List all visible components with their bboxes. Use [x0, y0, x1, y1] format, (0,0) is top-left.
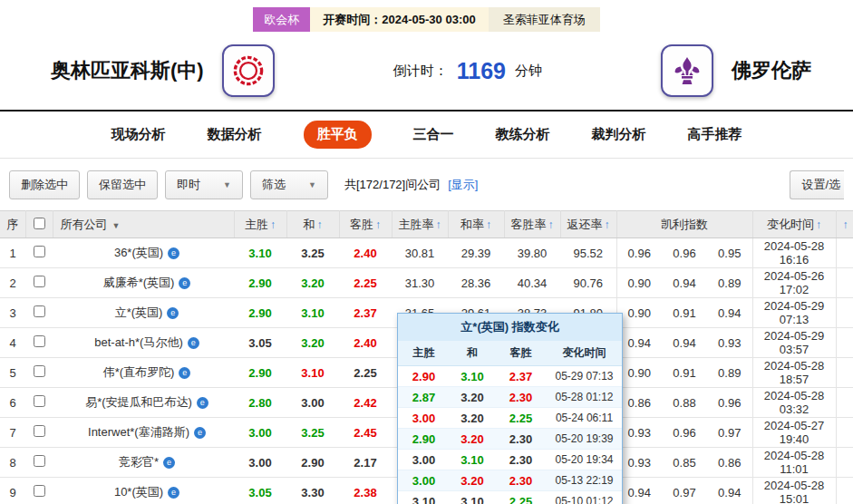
settings-button[interactable]: 设置/选: [790, 170, 844, 199]
chevron-down-icon: ▼: [112, 221, 121, 230]
col-company[interactable]: 所有公司▼: [53, 211, 234, 238]
row-checkbox-cell: [25, 418, 53, 448]
home-odds[interactable]: 2.90: [234, 268, 286, 298]
company-detail-icon[interactable]: e: [167, 307, 179, 319]
row-checkbox[interactable]: [34, 395, 45, 407]
history-home-odds: 3.00: [398, 408, 450, 429]
company-name[interactable]: 威廉希*(英国): [103, 276, 175, 289]
keep-selected-button[interactable]: 保留选中: [87, 170, 158, 199]
edge-cell: [836, 238, 853, 268]
draw-odds[interactable]: 2.90: [286, 448, 339, 478]
col-change-time[interactable]: 变化时间↑: [752, 211, 836, 238]
away-odds[interactable]: 2.37: [339, 298, 392, 328]
home-odds[interactable]: 2.90: [234, 358, 286, 388]
row-checkbox[interactable]: [34, 425, 45, 437]
company-detail-icon[interactable]: e: [168, 247, 179, 259]
away-odds[interactable]: 2.42: [339, 388, 392, 418]
home-odds[interactable]: 3.00: [234, 448, 286, 478]
row-checkbox[interactable]: [34, 485, 45, 497]
draw-odds[interactable]: 3.20: [286, 328, 339, 358]
row-checkbox[interactable]: [34, 335, 45, 347]
home-odds[interactable]: 3.05: [234, 478, 286, 504]
row-checkbox[interactable]: [34, 305, 45, 317]
away-odds[interactable]: 2.38: [339, 478, 392, 504]
away-odds[interactable]: 2.17: [339, 448, 392, 478]
company-name[interactable]: bet-at-h*(马尔他): [94, 335, 183, 349]
company-name[interactable]: 10*(英国): [114, 485, 163, 499]
company-detail-icon[interactable]: e: [179, 277, 190, 289]
col-edge[interactable]: ↑: [836, 211, 853, 238]
tab-胜平负[interactable]: 胜平负: [304, 121, 372, 149]
away-odds[interactable]: 2.40: [339, 238, 392, 268]
away-odds[interactable]: 2.25: [339, 358, 392, 388]
away-odds[interactable]: 2.40: [339, 328, 392, 358]
change-time: 2024-05-2903:57: [752, 328, 836, 358]
company-detail-icon[interactable]: e: [163, 457, 175, 469]
history-row: 3.003.202.3005-13 22:19: [398, 470, 622, 491]
company-detail-icon[interactable]: e: [194, 427, 206, 439]
draw-odds[interactable]: 3.20: [286, 268, 339, 298]
instant-dropdown[interactable]: 即时 ▼: [165, 170, 243, 199]
row-index: 3: [0, 298, 25, 328]
col-away-odds[interactable]: 客胜↑: [339, 211, 392, 238]
filter-dropdown-label: 筛选: [262, 177, 286, 193]
company-detail-icon[interactable]: e: [168, 487, 179, 499]
row-checkbox[interactable]: [34, 276, 45, 287]
draw-odds[interactable]: 3.10: [286, 358, 339, 388]
kelly-index-1: 0.93: [616, 418, 662, 448]
history-home-odds: 2.90: [398, 366, 450, 387]
col-away-rate[interactable]: 客胜率↑: [504, 211, 560, 238]
col-draw-rate[interactable]: 和率↑: [448, 211, 504, 238]
row-checkbox-cell: [25, 448, 53, 478]
company-detail-icon[interactable]: e: [197, 397, 208, 409]
filter-dropdown[interactable]: 筛选 ▼: [250, 170, 328, 199]
draw-odds[interactable]: 3.30: [286, 478, 339, 504]
history-time: 05-28 01:12: [547, 387, 622, 408]
home-odds[interactable]: 2.80: [234, 388, 286, 418]
tab-三合一[interactable]: 三合一: [413, 126, 454, 143]
tab-裁判分析[interactable]: 裁判分析: [592, 126, 646, 143]
home-odds[interactable]: 3.05: [234, 328, 286, 358]
kelly-index-3: 0.94: [707, 298, 752, 328]
return-rate: 95.52: [560, 238, 616, 268]
col-return-rate[interactable]: 返还率↑: [560, 211, 616, 238]
home-odds[interactable]: 2.90: [234, 298, 286, 328]
row-checkbox[interactable]: [34, 455, 45, 467]
away-rate: 39.80: [504, 238, 560, 268]
company-name[interactable]: 伟*(直布罗陀): [103, 365, 175, 379]
kelly-index-3: 0.96: [707, 388, 752, 418]
home-odds[interactable]: 3.00: [234, 418, 286, 448]
show-link[interactable]: [显示]: [448, 177, 478, 193]
history-time: 05-20 19:34: [547, 450, 622, 470]
tab-现场分析[interactable]: 现场分析: [111, 126, 166, 143]
col-home-rate[interactable]: 主胜率↑: [392, 211, 448, 238]
kelly-index-3: 0.95: [707, 238, 752, 268]
company-name[interactable]: Interwet*(塞浦路斯): [88, 425, 189, 439]
company-name[interactable]: 易*(安提瓜和巴布达): [85, 395, 192, 409]
change-time: 2024-05-2907:13: [752, 298, 836, 328]
draw-odds[interactable]: 3.00: [286, 388, 339, 418]
company-name[interactable]: 竞彩官*: [119, 455, 159, 469]
draw-odds[interactable]: 3.25: [286, 238, 339, 268]
tab-教练分析[interactable]: 教练分析: [496, 126, 550, 143]
row-checkbox[interactable]: [34, 246, 45, 257]
home-odds[interactable]: 3.10: [234, 238, 286, 268]
col-draw-rate-label: 和率: [460, 218, 484, 231]
company-name[interactable]: 36*(英国): [114, 246, 163, 259]
select-all-checkbox[interactable]: [34, 218, 45, 229]
col-home-odds[interactable]: 主胜↑: [234, 211, 286, 238]
edge-cell: [836, 448, 853, 478]
draw-odds[interactable]: 3.25: [286, 418, 339, 448]
company-name[interactable]: 立*(英国): [115, 305, 163, 319]
sort-up-icon: ↑: [317, 218, 323, 231]
row-checkbox[interactable]: [34, 365, 45, 377]
delete-selected-button[interactable]: 删除选中: [9, 170, 80, 199]
away-odds[interactable]: 2.25: [339, 268, 392, 298]
company-detail-icon[interactable]: e: [179, 367, 190, 379]
col-draw-odds[interactable]: 和↑: [286, 211, 339, 238]
tab-数据分析[interactable]: 数据分析: [208, 126, 262, 143]
company-detail-icon[interactable]: e: [188, 337, 199, 349]
away-odds[interactable]: 2.45: [339, 418, 392, 448]
tab-高手推荐[interactable]: 高手推荐: [688, 126, 742, 143]
draw-odds[interactable]: 3.10: [286, 298, 339, 328]
